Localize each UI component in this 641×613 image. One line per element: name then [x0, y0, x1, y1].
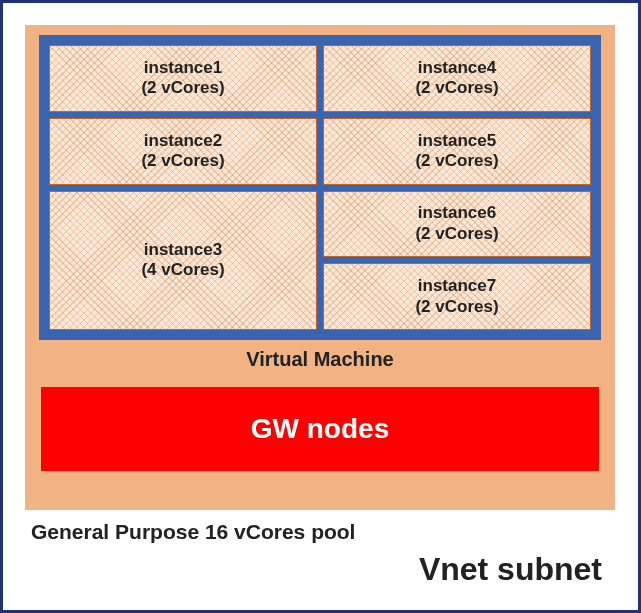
pool-label: General Purpose 16 vCores pool — [31, 520, 616, 544]
instance-box-2: instance2 (2 vCores) — [49, 118, 317, 185]
virtual-machine-label: Virtual Machine — [39, 348, 601, 371]
instance-cores: (2 vCores) — [141, 151, 224, 171]
instance-box-3: instance3 (4 vCores) — [49, 191, 317, 331]
instance-cores: (2 vCores) — [415, 297, 498, 317]
instance-cores: (2 vCores) — [141, 78, 224, 98]
instance-cores: (2 vCores) — [415, 151, 498, 171]
instance-box-7: instance7 (2 vCores) — [323, 263, 591, 330]
instance-box-6: instance6 (2 vCores) — [323, 191, 591, 258]
instance-box-1: instance1 (2 vCores) — [49, 45, 317, 112]
instance-name: instance4 — [418, 58, 496, 78]
instance-name: instance2 — [144, 131, 222, 151]
vnet-subnet-label: Vnet subnet — [25, 551, 602, 588]
instance-cores: (2 vCores) — [415, 78, 498, 98]
pool-container: instance1 (2 vCores) instance4 (2 vCores… — [25, 25, 615, 510]
gw-nodes-box: GW nodes — [41, 387, 599, 471]
instance-name: instance7 — [418, 276, 496, 296]
instance-name: instance3 — [144, 240, 222, 260]
instance-name: instance6 — [418, 203, 496, 223]
instance-cores: (2 vCores) — [415, 224, 498, 244]
instance-name: instance5 — [418, 131, 496, 151]
instance-cores: (4 vCores) — [141, 260, 224, 280]
virtual-machine-box: instance1 (2 vCores) instance4 (2 vCores… — [39, 35, 601, 340]
instance-grid: instance1 (2 vCores) instance4 (2 vCores… — [49, 45, 591, 330]
instance-box-4: instance4 (2 vCores) — [323, 45, 591, 112]
vnet-subnet-container: instance1 (2 vCores) instance4 (2 vCores… — [0, 0, 641, 613]
instance-name: instance1 — [144, 58, 222, 78]
instance-box-5: instance5 (2 vCores) — [323, 118, 591, 185]
gw-nodes-label: GW nodes — [251, 413, 389, 445]
